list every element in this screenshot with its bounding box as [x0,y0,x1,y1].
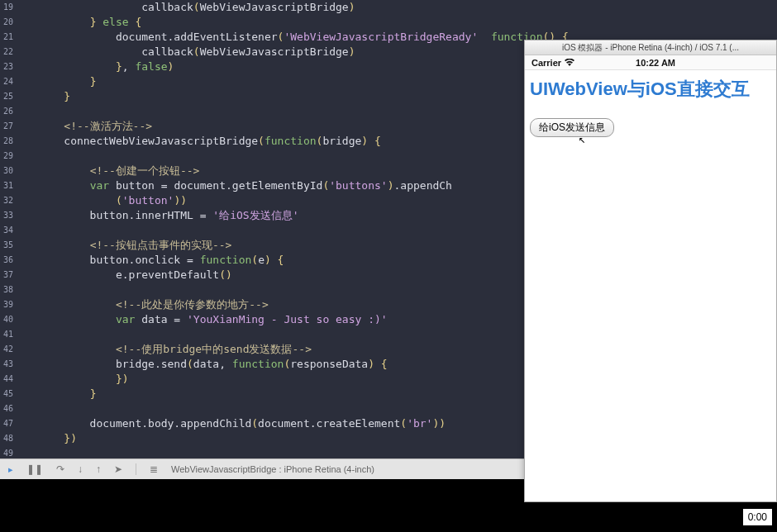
carrier-label: Carrier [532,58,574,68]
location-icon[interactable]: ➤ [114,463,122,475]
thread-icon[interactable]: ≣ [150,463,158,475]
ios-simulator-window: iOS 模拟器 - iPhone Retina (4-inch) / iOS 7… [524,40,777,502]
recording-timer: 0:00 [743,509,772,525]
separator [136,463,136,475]
step-into-icon[interactable]: ↓ [78,463,83,475]
ios-status-bar: Carrier 10:22 AM [525,55,776,70]
simulator-titlebar[interactable]: iOS 模拟器 - iPhone Retina (4-inch) / iOS 7… [525,40,776,55]
status-time: 10:22 AM [636,58,675,68]
step-over-icon[interactable]: ↷ [56,463,64,475]
pause-icon[interactable]: ❚❚ [26,463,43,475]
breakpoint-toggle-icon[interactable]: ▸ [8,464,13,475]
wifi-icon [565,58,574,68]
debug-location[interactable]: WebViewJavascriptBridge : iPhone Retina … [171,464,374,474]
page-title: UIWebView与iOS直接交互 [525,70,776,108]
carrier-text: Carrier [532,58,561,68]
send-to-ios-button[interactable]: 给iOS发送信息 [530,118,614,137]
step-out-icon[interactable]: ↑ [96,463,101,475]
line-gutter: 1920212223242526272829303132333435363738… [0,0,17,458]
